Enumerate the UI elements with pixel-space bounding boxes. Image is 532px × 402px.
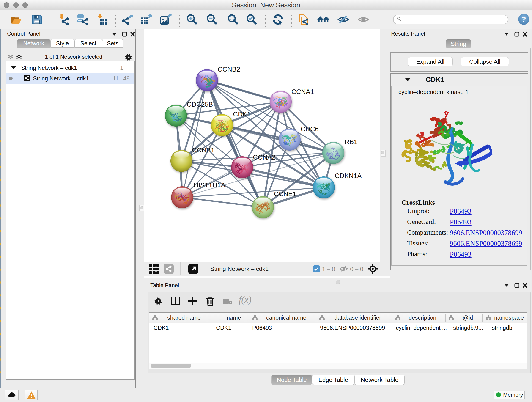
svg-text:CCNA1: CCNA1: [291, 88, 314, 95]
svg-text:CCNB2: CCNB2: [218, 65, 240, 73]
svg-text:CDC25B: CDC25B: [187, 101, 213, 108]
svg-text:CDC6: CDC6: [301, 125, 319, 133]
svg-text:CDK1: CDK1: [233, 110, 251, 118]
svg-text:CDKN1A: CDKN1A: [335, 172, 362, 179]
svg-text:CCNB1: CCNB1: [192, 147, 215, 154]
svg-text:RB1: RB1: [345, 138, 357, 146]
svg-text:HIST1H1A: HIST1H1A: [194, 182, 225, 189]
svg-text:CCNA2: CCNA2: [253, 153, 275, 161]
svg-text:CCNE1: CCNE1: [274, 190, 296, 198]
